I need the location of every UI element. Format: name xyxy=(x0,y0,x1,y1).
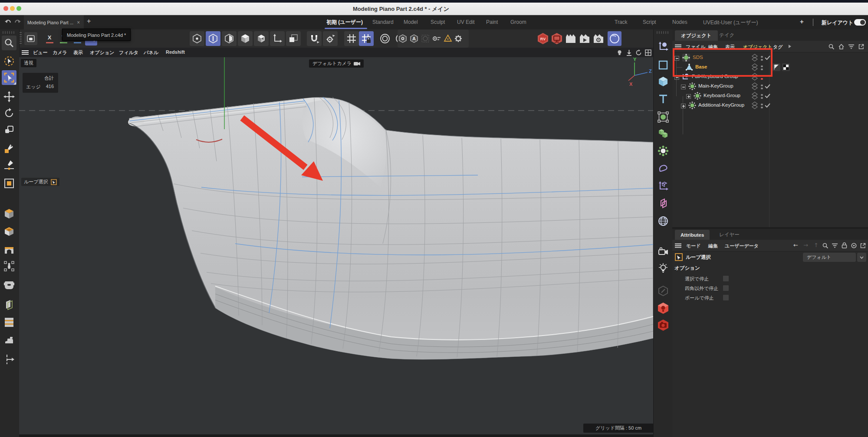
extrude-tool[interactable] xyxy=(2,206,16,221)
layout-tab-model[interactable]: Model xyxy=(404,19,418,25)
viewport-download-icon[interactable] xyxy=(626,49,632,56)
generator-button[interactable] xyxy=(656,110,671,124)
undo-icon[interactable] xyxy=(4,19,12,26)
viewport-menu-view[interactable]: ビュー xyxy=(33,49,48,56)
object-mode-button[interactable] xyxy=(238,31,253,46)
viewport-refresh-icon[interactable] xyxy=(635,49,642,56)
option-stop-at-selection-checkbox[interactable] xyxy=(723,275,729,282)
viewport-light-icon[interactable] xyxy=(616,49,623,56)
camera-object-button[interactable] xyxy=(656,245,671,259)
close-tab-icon[interactable]: × xyxy=(77,20,80,26)
live-selection-tool[interactable] xyxy=(2,54,16,68)
texture-flag-tag-icon[interactable] xyxy=(773,63,780,71)
layout-tab-groom[interactable]: Groom xyxy=(510,19,526,25)
plane-cut-tool[interactable] xyxy=(2,297,16,312)
attr-menu-icon[interactable] xyxy=(675,243,681,248)
tree-row-keyboard-group[interactable]: Keyboard-Group xyxy=(672,91,868,101)
loop-cut-tool[interactable] xyxy=(2,315,16,329)
om-filter-icon[interactable] xyxy=(848,44,854,49)
om-menu-tags[interactable]: タグ xyxy=(773,44,783,50)
om-popout-icon[interactable] xyxy=(858,44,864,49)
display-settings-gear-icon[interactable] xyxy=(453,33,464,44)
render-picture-viewer-button[interactable] xyxy=(564,32,577,45)
viewport-menu-display[interactable]: 表示 xyxy=(73,49,83,56)
volume-builder-button[interactable] xyxy=(656,126,671,141)
rotate-tool[interactable] xyxy=(2,106,16,121)
layout-tab-standard[interactable]: Standard xyxy=(372,19,394,25)
add-layout-button[interactable]: + xyxy=(800,18,804,25)
redo-icon[interactable] xyxy=(14,19,21,26)
brush-tool[interactable] xyxy=(2,259,16,274)
x-axis-lock-button[interactable]: X xyxy=(43,32,56,46)
texture-mode-button[interactable] xyxy=(254,31,269,46)
checker-tag-icon[interactable] xyxy=(782,63,790,71)
redshift-light-button[interactable] xyxy=(656,301,671,316)
display-filter-button[interactable] xyxy=(431,33,442,44)
snap-toggle-button[interactable] xyxy=(307,31,322,46)
move-tool[interactable] xyxy=(2,89,16,104)
attr-back-icon[interactable]: ← xyxy=(793,242,798,248)
snap-settings-button[interactable] xyxy=(323,31,338,46)
scale-tool[interactable] xyxy=(2,122,16,137)
material-sphere-button[interactable] xyxy=(608,31,621,46)
viewport-menu-icon[interactable] xyxy=(22,50,29,55)
layout-tab-track[interactable]: Track xyxy=(615,19,628,25)
enable-axis-button[interactable] xyxy=(270,31,285,46)
enable-check-icon[interactable] xyxy=(765,93,770,98)
option-stop-at-pole-checkbox[interactable] xyxy=(723,294,729,301)
om-home-icon[interactable] xyxy=(838,44,844,49)
layout-tab-script[interactable]: Script xyxy=(643,19,656,25)
viewport-menu-options[interactable]: オプション xyxy=(90,49,114,56)
object-name[interactable]: Keyboard-Group xyxy=(704,93,740,98)
edges-mode-button[interactable] xyxy=(206,31,220,46)
bridge-tool[interactable] xyxy=(2,242,16,257)
om-menu-more-icon[interactable] xyxy=(789,45,791,48)
layer-diamonds-icon[interactable] xyxy=(751,101,758,109)
layout-tab-active[interactable]: 初期 (ユーザー) xyxy=(326,19,363,26)
render-view-button[interactable] xyxy=(550,32,563,45)
visibility-dots[interactable] xyxy=(761,102,763,110)
deformer-button[interactable] xyxy=(656,162,671,176)
viewport-menu-redshift[interactable]: Redshift xyxy=(166,49,185,55)
layout-tab-uvedit[interactable]: UV Edit xyxy=(457,19,475,25)
tab-takes[interactable]: テイク xyxy=(719,32,734,39)
preset-dropdown-chevron[interactable] xyxy=(857,253,866,262)
attr-search-icon[interactable] xyxy=(822,243,828,248)
attr-popout-icon[interactable] xyxy=(860,243,866,248)
display-see-through-button[interactable] xyxy=(398,33,408,44)
display-safe-frames-button[interactable] xyxy=(443,33,453,44)
sky-environment-button[interactable] xyxy=(656,214,671,228)
weld-tool[interactable] xyxy=(2,278,16,293)
tab-layers[interactable]: レイヤー xyxy=(719,232,740,238)
attr-menu-userdata[interactable]: ユーザーデータ xyxy=(725,243,759,249)
attr-track-icon[interactable] xyxy=(851,243,857,248)
new-document-tab-button[interactable]: + xyxy=(87,17,91,25)
iron-tool[interactable] xyxy=(2,333,16,348)
pen-tool[interactable] xyxy=(2,141,16,156)
option-stop-at-non-quad-checkbox[interactable] xyxy=(723,285,729,291)
subdivision-surface-button[interactable] xyxy=(656,143,671,158)
layout-tab-nodes[interactable]: Nodes xyxy=(672,19,687,25)
tree-row-additional-keygroup[interactable]: Additional-KeyGroup xyxy=(672,101,868,110)
polygons-mode-button[interactable] xyxy=(222,31,237,46)
modeling-circle-button[interactable] xyxy=(378,31,392,46)
expand-plus-icon[interactable] xyxy=(681,104,686,108)
camera-label-badge[interactable]: デフォルトカメラ xyxy=(309,59,364,68)
redshift-renderview-button[interactable]: RV xyxy=(536,32,549,45)
projection-label[interactable]: 透視 xyxy=(21,59,36,67)
viewport-menu-camera[interactable]: カメラ xyxy=(53,49,67,56)
spline-pen-tool[interactable] xyxy=(2,158,16,173)
tab-attributes[interactable]: Attributes xyxy=(675,230,710,240)
viewport-canvas[interactable]: 透視 合計 エッジ 416 ループ選択 デフォルトカメラ Y Z X xyxy=(19,57,653,434)
rectangle-selection-tool[interactable] xyxy=(2,70,16,85)
find-tool-button[interactable] xyxy=(2,36,16,50)
new-layout-label[interactable]: 新レイアウト xyxy=(822,19,853,26)
layout-tab-paint[interactable]: Paint xyxy=(486,19,498,25)
tree-row-main-keygroup[interactable]: Main-KeyGroup xyxy=(672,82,868,91)
light-object-button[interactable] xyxy=(656,261,671,276)
attr-menu-edit[interactable]: 編集 xyxy=(708,243,718,249)
cube-object-button[interactable] xyxy=(656,74,671,89)
visibility-dots[interactable] xyxy=(761,93,763,100)
rail-grip[interactable] xyxy=(3,31,16,34)
expand-plus-icon[interactable] xyxy=(686,94,691,99)
